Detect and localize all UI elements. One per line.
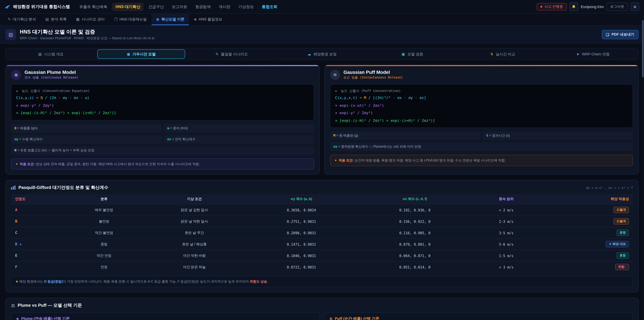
note-text: 정상 상태 연속 배출, 균일 풍속, 평탄 지형. 해양 HNS 사고에서 탱… [35,162,200,166]
cell-applicability: 흔함 [539,250,633,261]
top-nav-item-oil-diffusion[interactable]: 유출유 확산예측 [76,3,111,11]
tab-substance-scenarios[interactable]: ✎ 물질별 시나리오 [188,49,276,59]
cell-grade: C [11,227,66,239]
tab-label: 대기확산 분석 [13,17,36,22]
cell-sz: 0.064, 0.871, 0 [356,250,473,261]
hamburger-menu-button[interactable]: ≡ [630,2,639,11]
puff-criteria-heading: Puff (순간 배출) 선택 기준 [335,316,379,320]
pdf-export-button[interactable]: ❏ PDF 내보내기 [602,30,639,39]
cell-grade: B [11,216,66,227]
wind-icon: ≋ [330,316,332,320]
cell-wind: < 2 m/s [473,204,539,216]
tab-label: 해양환경 보정 [314,52,336,57]
applicability-badge: 드물게 [614,207,629,213]
param-desc: = 연직 확산계수 [171,137,196,141]
eq-emission-rate: Q [40,96,43,100]
eq-denominator: / (2π · σy · σz · u) [43,96,90,100]
param-desc: = 경과시간 (s) [488,134,510,137]
tab-hns-manual[interactable]: ❒ HNS 대응매뉴얼 [110,14,151,25]
puff-icon: ≋ [330,70,340,80]
param-desc: = 배출률 (g/s) [16,126,38,130]
pasquill-gifford-card: Pasquill-Gifford 대기안정도 분류 및 확산계수 σy = a·… [5,180,639,292]
plume-card-header: ◉ Gaussian Plume Model 연속 방출 (Continuous… [6,65,319,83]
table-row: A 매우 불안정 맑은 날 강한 일사 0.3658, 0.9024 0.192… [11,204,633,216]
grid-icon: ▧ [38,52,42,56]
tab-label: 시스템 개요 [44,52,64,57]
scrollbar-thumb[interactable] [642,20,644,77]
cell-sz: 0.051, 0.814, 0 [356,261,473,273]
logout-button[interactable]: 로그아웃 [606,3,628,11]
top-nav-item-hns-atmospheric[interactable]: HNS·대기확산 [112,3,144,11]
cell-wind: 3-5 m/s [473,227,539,239]
param-row: M = 총 배출량 (g) [330,132,480,140]
model-selection-card: ⚖ Plume vs Puff — 모델 선택 기준 ◈ Plume (연속 배… [5,298,639,320]
tab-label: 물질별 시나리오 [221,52,248,57]
tab-model-theory[interactable]: ◉ 확산모델 이론 [152,14,189,25]
flask-icon: ◈ [194,17,197,21]
tab-label: 확산모델 이론 [161,17,184,22]
top-nav-item-emergency-rescue[interactable]: 긴급구난 [145,3,167,11]
param-row: H = 유효 방출고도 (m) — 물리적 높이 + 부력 상승 보정 [11,146,314,155]
col-header-wind: 풍속 범위 [473,194,539,204]
list-icon: ▤ [46,17,49,21]
tab-atmos-analysis[interactable]: ✎ 대기확산 분석 [3,14,40,25]
notifications-button[interactable] [569,2,578,11]
footnote-highlight-d: D 등급(중립) [44,280,63,283]
table-card-header: Pasquill-Gifford 대기안정도 분류 및 확산계수 σy = a·… [11,185,633,191]
page-icon: ▨ [5,29,16,40]
tab-hns-substance-info[interactable]: ◈ HNS 물질정보 [190,14,227,25]
page-title: HNS 대기확산 모델 이론 및 검증 [20,29,155,36]
cell-grade: F [11,261,66,273]
eq-total-mass: M [364,96,366,100]
col-header-stability: 안정도 [11,194,66,204]
top-nav-item-aerial-search[interactable]: 항공탐색 [192,3,214,11]
param-row: σz = 연직 확산계수 [164,135,314,143]
tab-label: WRF-Chem 연동 [582,52,610,57]
plume-application-note: ✦적용 조건: 정상 상태 연속 배출, 균일 풍속, 평탄 지형. 해양 HN… [11,158,314,169]
gaussian-plume-card: ◉ Gaussian Plume Model 연속 방출 (Continuous… [5,65,320,175]
plume-criteria-panel: ◈ Plume (연속 배출) 선택 기준 ✓유출 지속시간 > 10분 ✓탱크… [11,312,320,320]
puff-criteria-panel: ≋ Puff (순간 배출) 선택 기준 ✓유출 지속시간 < 10분 ✓탱크 … [324,312,633,320]
page-subtitle: WRF-Chem · Gaussian Plume/Puff · ROMS · … [20,36,155,41]
sub-nav: ✎ 대기확산 분석 ▤ 분석 목록 ▦ 시나리오 관리 ❒ HNS 대응매뉴얼 … [0,14,644,26]
param-desc: = 총 배출량 (g) [336,134,358,137]
tab-label: 가우시안 모델 [132,52,156,57]
pdf-icon: ❏ [606,32,609,37]
incident-badge-label: 사고 진행중 [544,4,563,9]
cell-weather: 흐린 날 주간 [142,227,246,239]
top-nav-item-reports[interactable]: 보고자료 [168,3,191,11]
plume-subtitle: 연속 방출 (Continuous Release) [24,76,78,80]
cell-sy: 0.3658, 0.9024 [246,204,356,216]
tab-wrf-chem[interactable]: ➤ WRF-Chem 연동 [549,49,637,59]
pin-icon: ◆ [335,89,337,93]
page-header: ▨ HNS 대기확산 모델 이론 및 검증 WRF-Chem · Gaussia… [0,26,644,44]
tab-model-validation[interactable]: ▣ 모델 검증 [368,49,456,59]
tab-label: 실시간 비교 [496,52,515,57]
tab-scenario-management[interactable]: ▦ 시나리오 관리 [72,14,109,25]
tab-realtime-comparison[interactable]: ↯ 실시간 비교 [459,49,546,59]
tab-gaussian-model[interactable]: ◉ 가우시안 모델 [98,49,185,59]
tab-marine-correction[interactable]: ☁ 해양환경 보정 [278,49,366,59]
document-icon: ▨ [8,32,13,38]
cell-weather: 맑은 날 강한 일사 [142,204,246,216]
cell-wind: 5-6 m/s [473,239,539,250]
app-logo[interactable]: 해양환경 위기대응 통합시스템 [5,4,70,10]
top-nav-item-weather-info[interactable]: 기상정보 [235,3,257,11]
table-footnote: ★ 해양 환경에서는 D 등급(중립)이 가장 빈번하게 나타난다. 해풍·육풍… [11,276,633,287]
tab-analysis-list[interactable]: ▤ 분석 목록 [41,14,71,25]
top-menu: 유출유 확산예측 HNS·대기확산 긴급구난 보고자료 항공탐색 게시판 기상정… [76,3,531,11]
col-header-class: 분류 [66,194,142,204]
cell-class: 중립 [66,239,142,250]
tab-system-overview[interactable]: ▧ 시스템 개요 [7,49,95,59]
scrollbar[interactable] [642,14,644,320]
param-symbol: σx [334,145,338,149]
top-nav-item-integrated-search[interactable]: 통합조회 [258,3,281,11]
selection-title-row: ⚖ Plume vs Puff — 모델 선택 기준 [11,302,633,308]
tab-label: HNS 대응매뉴얼 [120,17,147,22]
top-nav-item-board[interactable]: 게시판 [216,3,234,11]
folder-icon: ▦ [76,17,80,21]
param-symbol: H [14,148,16,152]
applicability-badge: 흔함 [617,230,629,236]
crystal-icon: ◈ [16,316,19,320]
bell-icon [572,5,576,9]
